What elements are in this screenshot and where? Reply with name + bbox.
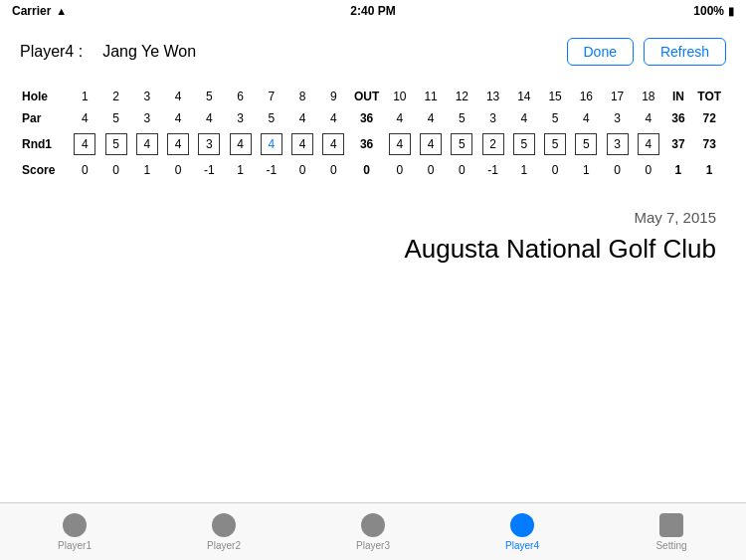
club-name: Augusta National Golf Club — [20, 234, 716, 265]
cell-rnd1-11[interactable]: 4 — [384, 129, 415, 159]
tab-player2[interactable]: Player2 — [149, 503, 298, 560]
cell-par-6: 3 — [225, 107, 256, 129]
cell-par-5: 4 — [194, 107, 225, 129]
header-row: Player4 : Jang Ye Won Done Refresh — [20, 22, 726, 78]
date-text: May 7, 2015 — [20, 209, 716, 226]
cell-par-2: 5 — [100, 107, 131, 129]
cell-rnd1-18[interactable]: 3 — [602, 129, 633, 159]
cell-score-11: 0 — [384, 159, 415, 181]
cell-holes-13: 12 — [447, 86, 477, 107]
status-bar: Carrier ▲ 2:40 PM 100% ▮ — [0, 0, 746, 22]
setting-icon — [659, 513, 683, 537]
carrier-text: Carrier — [12, 4, 51, 18]
cell-par-19: 4 — [633, 107, 663, 129]
battery-icon: ▮ — [728, 5, 734, 18]
cell-rnd1-14[interactable]: 2 — [477, 129, 508, 159]
cell-holes-4: 4 — [162, 86, 193, 107]
cell-rnd1-20: 37 — [664, 129, 693, 159]
footer-info: May 7, 2015 Augusta National Golf Club — [20, 209, 726, 265]
cell-score-18: 0 — [602, 159, 633, 181]
cell-score-5: -1 — [194, 159, 225, 181]
scorecard-row-holes: Hole123456789OUT101112131415161718INTOT — [20, 86, 726, 107]
cell-holes-8: 8 — [286, 86, 317, 107]
cell-score-17: 1 — [571, 159, 602, 181]
cell-holes-12: 11 — [416, 86, 447, 107]
player-label: Player4 : — [20, 43, 83, 61]
refresh-button[interactable]: Refresh — [644, 38, 726, 66]
cell-par-13: 5 — [447, 107, 477, 129]
cell-holes-15: 14 — [508, 86, 539, 107]
cell-rnd1-16[interactable]: 5 — [540, 129, 571, 159]
status-right: 100% ▮ — [693, 4, 734, 18]
cell-rnd1-15[interactable]: 5 — [508, 129, 539, 159]
cell-holes-9: 9 — [318, 86, 349, 107]
cell-rnd1-7[interactable]: 4 — [256, 129, 286, 159]
cell-score-9: 0 — [318, 159, 349, 181]
cell-par-12: 4 — [416, 107, 447, 129]
tab-player1[interactable]: Player1 — [0, 503, 149, 560]
cell-rnd1-12[interactable]: 4 — [416, 129, 447, 159]
cell-score-15: 1 — [508, 159, 539, 181]
cell-rnd1-6[interactable]: 4 — [225, 129, 256, 159]
cell-holes-16: 15 — [540, 86, 571, 107]
cell-score-7: -1 — [256, 159, 286, 181]
cell-par-20: 36 — [664, 107, 693, 129]
cell-par-16: 5 — [540, 107, 571, 129]
main-content: Player4 : Jang Ye Won Done Refresh Hole1… — [0, 22, 746, 502]
cell-holes-0: Hole — [20, 86, 70, 107]
cell-par-10: 36 — [349, 107, 384, 129]
cell-rnd1-9[interactable]: 4 — [318, 129, 349, 159]
cell-rnd1-4[interactable]: 4 — [162, 129, 193, 159]
player3-label: Player3 — [356, 540, 390, 551]
cell-rnd1-13[interactable]: 5 — [447, 129, 477, 159]
cell-score-20: 1 — [664, 159, 693, 181]
cell-rnd1-5[interactable]: 3 — [194, 129, 225, 159]
cell-holes-1: 1 — [70, 86, 100, 107]
cell-score-6: 1 — [225, 159, 256, 181]
cell-holes-20: IN — [664, 86, 693, 107]
cell-score-10: 0 — [349, 159, 384, 181]
cell-holes-6: 6 — [225, 86, 256, 107]
player2-icon — [212, 513, 236, 537]
cell-par-11: 4 — [384, 107, 415, 129]
scorecard-row-par: Par453443544364453454343672 — [20, 107, 726, 129]
cell-par-3: 3 — [131, 107, 162, 129]
tab-setting[interactable]: Setting — [597, 503, 746, 560]
cell-holes-17: 16 — [571, 86, 602, 107]
cell-par-14: 3 — [477, 107, 508, 129]
cell-par-17: 4 — [571, 107, 602, 129]
cell-holes-10: OUT — [349, 86, 384, 107]
tab-player4[interactable]: Player4 — [448, 503, 597, 560]
cell-par-21: 72 — [692, 107, 726, 129]
cell-score-19: 0 — [633, 159, 663, 181]
cell-holes-5: 5 — [194, 86, 225, 107]
cell-score-2: 0 — [100, 159, 131, 181]
cell-rnd1-8[interactable]: 4 — [286, 129, 317, 159]
done-button[interactable]: Done — [567, 38, 634, 66]
player-name: Jang Ye Won — [102, 43, 196, 61]
cell-holes-21: TOT — [692, 86, 726, 107]
cell-rnd1-17[interactable]: 5 — [571, 129, 602, 159]
cell-holes-19: 18 — [633, 86, 663, 107]
cell-rnd1-1[interactable]: 4 — [70, 129, 100, 159]
cell-rnd1-2[interactable]: 5 — [100, 129, 131, 159]
player4-label: Player4 — [505, 540, 539, 551]
cell-score-8: 0 — [286, 159, 317, 181]
player1-icon — [63, 513, 87, 537]
cell-par-8: 4 — [286, 107, 317, 129]
tab-bar: Player1Player2Player3Player4Setting — [0, 502, 746, 560]
cell-rnd1-3[interactable]: 4 — [131, 129, 162, 159]
scorecard-row-score: Score0010-11-1000000-11010011 — [20, 159, 726, 181]
battery-text: 100% — [693, 4, 724, 18]
scorecard-table: Hole123456789OUT101112131415161718INTOTP… — [20, 86, 726, 181]
tab-player3[interactable]: Player3 — [298, 503, 448, 560]
player3-icon — [361, 513, 385, 537]
cell-score-12: 0 — [416, 159, 447, 181]
cell-holes-11: 10 — [384, 86, 415, 107]
cell-rnd1-19[interactable]: 4 — [633, 129, 663, 159]
cell-rnd1-10: 36 — [349, 129, 384, 159]
cell-holes-2: 2 — [100, 86, 131, 107]
cell-score-0: Score — [20, 159, 70, 181]
scorecard-row-rnd1: Rnd1454434444364452555343773 — [20, 129, 726, 159]
player2-label: Player2 — [207, 540, 241, 551]
